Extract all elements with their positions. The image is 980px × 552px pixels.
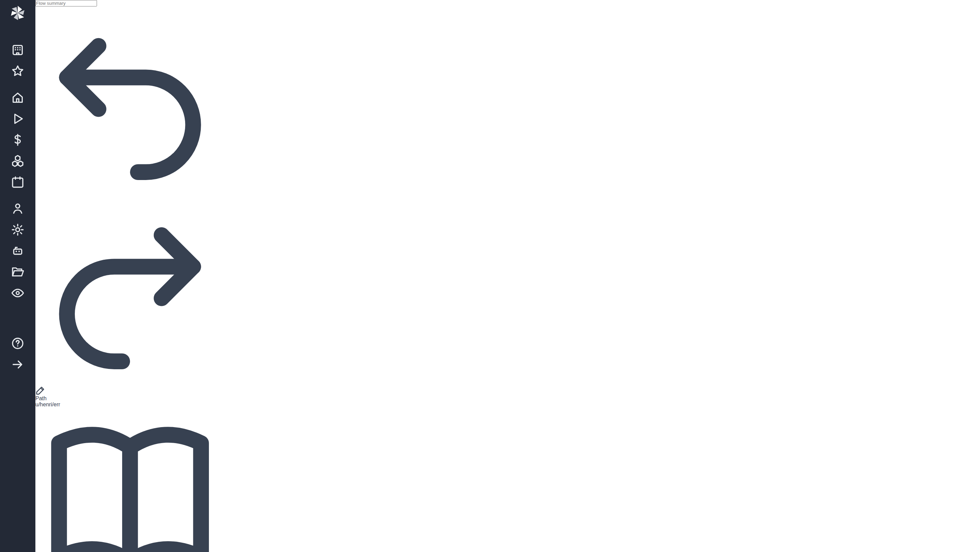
undo-redo-group [35, 6, 224, 385]
folders-icon[interactable] [10, 264, 25, 280]
app-sidebar [0, 0, 35, 552]
undo-button[interactable] [35, 6, 224, 196]
flow-summary-input[interactable] [35, 0, 97, 6]
pencil-icon [35, 385, 46, 395]
workspace-building-icon[interactable] [10, 42, 25, 58]
runs-play-icon[interactable] [10, 111, 25, 127]
collapse-arrow-icon[interactable] [10, 357, 25, 372]
book-icon [35, 408, 224, 552]
home-icon[interactable] [10, 90, 25, 105]
docs-book-button[interactable] [35, 408, 224, 552]
variables-dollar-icon[interactable] [10, 132, 25, 148]
top-toolbar: Path u/henri/err ± Diff AI Builder [35, 0, 224, 552]
help-icon[interactable] [10, 336, 25, 351]
path-label: Path [35, 395, 47, 401]
path-value[interactable]: u/henri/err [35, 402, 224, 408]
workers-robot-icon[interactable] [10, 243, 25, 259]
redo-button[interactable] [35, 196, 224, 385]
schedules-calendar-icon[interactable] [10, 174, 25, 190]
path-edit-segment[interactable]: Path [35, 385, 224, 402]
windmill-logo-icon[interactable] [8, 3, 27, 22]
windmill-flow-editor: Path u/henri/err ± Diff AI Builder [0, 0, 980, 552]
settings-gear-icon[interactable] [10, 222, 25, 237]
favorites-star-icon[interactable] [10, 63, 25, 79]
resources-cubes-icon[interactable] [10, 153, 25, 169]
audit-eye-icon[interactable] [10, 285, 25, 301]
path-control[interactable]: Path u/henri/err [35, 385, 224, 408]
user-icon[interactable] [10, 201, 25, 216]
